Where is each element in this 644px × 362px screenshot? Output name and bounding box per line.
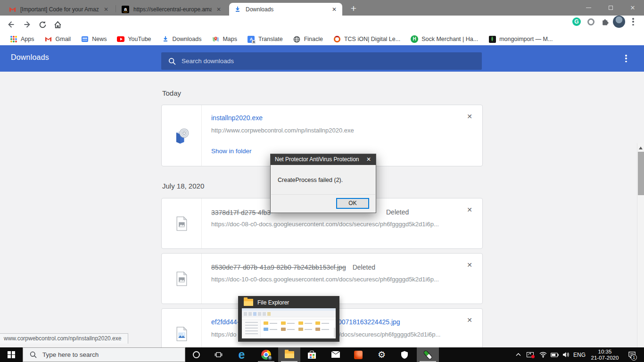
speaker-icon[interactable] [560, 347, 571, 362]
bookmark-news[interactable]: News [76, 34, 112, 44]
settings-gear-icon: ⚙ [378, 350, 386, 360]
store-button[interactable] [301, 347, 323, 362]
notification-count-badge: 1 [631, 354, 637, 361]
start-button[interactable] [0, 347, 23, 362]
tray-expand-chevron[interactable] [513, 347, 523, 362]
tcs-ion-icon [333, 35, 341, 43]
tray-time: 10:35 [598, 349, 612, 355]
task-view-icon [215, 351, 223, 358]
battery-icon[interactable] [549, 347, 560, 362]
cortana-button[interactable] [187, 347, 206, 362]
bookmark-tcs-ion[interactable]: TCS iON| Digital Le... [328, 34, 405, 44]
task-view-button[interactable] [208, 347, 229, 362]
edge-button[interactable]: e [231, 347, 253, 362]
bookmark-apps[interactable]: Apps [5, 34, 40, 44]
download-file-link[interactable]: ef2fdd44- 00718163224425.jpg [211, 318, 239, 326]
bookmark-mongodb[interactable]: mongoimport — M... [483, 34, 558, 44]
download-source-url: http://www.corpwebcontrol.com/np/install… [211, 127, 354, 134]
tab-downloads[interactable]: Downloads ✕ [229, 3, 342, 16]
extensions-puzzle-icon[interactable] [599, 16, 611, 28]
tab-title: https://sellercentral-europe.ama [133, 6, 212, 13]
grammarly-extension-icon[interactable]: G [570, 16, 583, 28]
office-button[interactable] [347, 347, 369, 362]
remove-download-icon[interactable]: ✕ [466, 206, 473, 214]
bookmark-youtube[interactable]: YouTube [112, 34, 156, 44]
search-input[interactable] [182, 58, 446, 65]
bookmark-translate[interactable]: A Translate [242, 34, 288, 44]
dialog-separator [271, 194, 375, 195]
bookmark-gmail[interactable]: Gmail [40, 34, 76, 44]
language-indicator[interactable]: ENG [571, 347, 587, 362]
bookmark-finacle[interactable]: Finacle [288, 34, 328, 44]
shield-icon [401, 351, 408, 359]
downloads-icon [234, 6, 241, 13]
globe-icon [293, 35, 301, 43]
remove-download-icon[interactable]: ✕ [466, 316, 473, 324]
maps-icon [212, 35, 219, 43]
new-tab-button[interactable]: + [347, 2, 360, 16]
back-button[interactable] [4, 18, 17, 31]
scrollbar-thumb[interactable] [638, 152, 644, 195]
dialog-close-icon[interactable]: ✕ [362, 154, 376, 165]
profile-avatar[interactable] [613, 16, 625, 28]
mail-button[interactable] [324, 347, 347, 362]
profile-badge [267, 355, 272, 361]
gmail-icon [8, 6, 16, 13]
file-explorer-preview[interactable]: File Explorer [238, 296, 339, 342]
taskbar-search-placeholder: Type here to search [42, 351, 99, 358]
deleted-status: Deleted [386, 208, 409, 216]
settings-button[interactable]: ⚙ [371, 347, 393, 362]
remove-download-icon[interactable]: ✕ [466, 261, 473, 269]
clock[interactable]: 10:35 21-07-2020 [587, 347, 622, 362]
tray-date: 21-07-2020 [591, 355, 619, 361]
mail-icon [331, 352, 340, 358]
wifi-icon[interactable] [537, 347, 549, 362]
minimize-button[interactable] [578, 0, 599, 16]
edge-icon: e [239, 349, 245, 361]
home-button[interactable] [51, 18, 64, 31]
youtube-icon [117, 35, 124, 43]
show-in-folder-link[interactable]: Show in folder [211, 148, 252, 155]
bookmark-maps[interactable]: Maps [206, 34, 242, 44]
tab-strip: [Important] Code for your Amaz ✕ a https… [0, 0, 644, 16]
taskbar-search[interactable]: Type here to search [23, 347, 185, 362]
close-window-button[interactable]: ✕ [622, 0, 644, 16]
image-placeholder-icon [162, 254, 202, 304]
close-tab-icon[interactable]: ✕ [102, 5, 110, 14]
tab-sellercentral[interactable]: a https://sellercentral-europe.ama ✕ [117, 3, 227, 16]
browser-toolbar: Chrome | chrome://downloads G [0, 16, 644, 33]
file-explorer-button[interactable] [278, 347, 300, 362]
browser-menu-icon[interactable] [627, 16, 639, 28]
ok-button[interactable]: OK [336, 198, 369, 209]
tab-gmail[interactable]: [Important] Code for your Amaz ✕ [4, 3, 114, 16]
download-source-url: https://doc-08-c0-docs.googleusercontent… [211, 221, 439, 228]
amazon-icon: a [122, 6, 129, 13]
download-file-link[interactable]: installnp2020.exe [211, 114, 263, 122]
reload-button[interactable] [36, 18, 49, 31]
restore-button[interactable] [600, 0, 621, 16]
section-label-july18: July 18, 2020 [162, 182, 204, 190]
tab-title: [Important] Code for your Amaz [20, 6, 99, 13]
downloads-search[interactable] [161, 52, 482, 70]
chrome-button[interactable] [255, 347, 277, 362]
action-center-button[interactable]: 1 [623, 347, 640, 362]
close-tab-icon[interactable]: ✕ [330, 5, 339, 14]
dialog-title: Net Protector AntiVirus Protection [271, 154, 376, 165]
bookmark-hackerrank[interactable]: H Sock Merchant | Ha... [405, 34, 483, 44]
page-scrollbar[interactable] [637, 143, 644, 362]
extension-icon[interactable] [585, 16, 597, 28]
defender-button[interactable] [393, 347, 415, 362]
page-title: Downloads [11, 53, 49, 62]
tab-separator [116, 5, 116, 12]
downloads-menu-icon[interactable] [625, 55, 627, 62]
bookmark-downloads[interactable]: Downloads [157, 34, 207, 44]
remote-session-icon[interactable] [523, 347, 537, 362]
remove-download-icon[interactable]: ✕ [466, 113, 473, 120]
image-placeholder-icon [162, 198, 202, 248]
close-tab-icon[interactable]: ✕ [215, 5, 223, 14]
scroll-up-arrow-icon[interactable] [639, 147, 643, 149]
capsule-icon [423, 349, 433, 360]
net-protector-button[interactable] [417, 347, 439, 362]
forward-button[interactable] [21, 18, 34, 31]
file-explorer-thumbnail[interactable] [242, 308, 336, 338]
